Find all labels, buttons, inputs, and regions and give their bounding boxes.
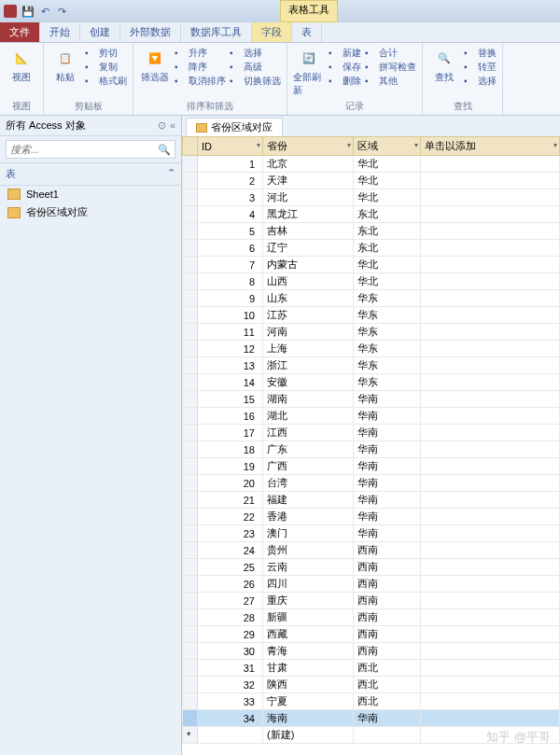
cell-id[interactable]: 4 <box>198 206 263 223</box>
cell-province[interactable]: 广西 <box>263 458 354 475</box>
cell-province[interactable]: 陕西 <box>263 677 354 693</box>
table-row[interactable]: 20台湾华南 <box>183 475 560 492</box>
table-row[interactable]: 12上海华东 <box>183 341 560 357</box>
cell-region[interactable]: 华北 <box>354 257 421 273</box>
ribbon-button[interactable]: 📐视图 <box>6 47 37 84</box>
dropdown-icon[interactable]: ▾ <box>257 141 260 149</box>
table-row[interactable]: 21福建华南 <box>183 492 560 509</box>
cell-empty[interactable] <box>421 509 560 525</box>
ribbon-button[interactable]: 📋粘贴 <box>49 47 81 84</box>
cell-empty[interactable] <box>421 525 560 542</box>
cell-id[interactable]: 34 <box>198 710 263 727</box>
column-header[interactable]: 单击以添加▾ <box>421 137 560 156</box>
table-row[interactable]: 15湖南华南 <box>183 391 560 408</box>
table-row[interactable]: 24贵州西南 <box>183 542 560 559</box>
cell-region[interactable]: 东北 <box>354 240 421 257</box>
table-row[interactable]: 9山东华东 <box>183 290 560 307</box>
table-row[interactable]: 6辽宁东北 <box>183 240 560 257</box>
cell-province[interactable]: 浙江 <box>263 357 354 374</box>
cell-id[interactable]: 1 <box>198 156 263 173</box>
undo-icon[interactable]: ↶ <box>37 4 52 19</box>
cell-province[interactable]: 黑龙江 <box>263 206 354 223</box>
ribbon-small-button[interactable]: ▪高级 <box>230 61 281 74</box>
ribbon-small-button[interactable]: ▪降序 <box>175 61 226 74</box>
table-row[interactable]: 5吉林东北 <box>183 223 560 240</box>
table-row[interactable]: 26四川西南 <box>183 576 560 593</box>
cell-empty[interactable] <box>421 626 560 643</box>
cell-region[interactable]: 华东 <box>354 307 421 324</box>
ribbon-button[interactable]: 🔍查找 <box>428 47 460 84</box>
ribbon-button[interactable]: 🔄全部刷新 <box>293 47 325 97</box>
table-row[interactable]: 32陕西西北 <box>183 677 560 693</box>
cell-empty[interactable] <box>421 374 560 391</box>
table-row[interactable]: 28新疆西南 <box>183 609 560 626</box>
cell-empty[interactable] <box>421 475 560 492</box>
cell-empty[interactable] <box>421 542 560 559</box>
cell-region[interactable]: 华东 <box>354 374 421 391</box>
ribbon-small-button[interactable]: ▪替换 <box>464 47 497 60</box>
row-selector[interactable] <box>183 290 198 307</box>
ribbon-small-button[interactable]: ▪删除 <box>329 75 361 88</box>
dropdown-icon[interactable]: ▾ <box>347 141 351 149</box>
cell-id[interactable]: 20 <box>198 475 263 492</box>
cell-province[interactable]: 宁夏 <box>263 693 354 710</box>
collapse-icon[interactable]: « <box>170 119 175 132</box>
cell-province[interactable]: 四川 <box>263 576 354 593</box>
cell-id[interactable]: 23 <box>198 525 263 542</box>
cell-province[interactable]: 广东 <box>263 441 354 458</box>
cell-province[interactable]: 甘肃 <box>263 660 354 677</box>
ribbon-small-button[interactable]: ▪升序 <box>175 47 226 60</box>
table-row[interactable]: 3河北华北 <box>183 189 560 206</box>
cell-empty[interactable] <box>421 710 560 727</box>
ribbon-tab[interactable]: 数据库工具 <box>181 22 252 42</box>
cell-region[interactable]: 西南 <box>354 643 421 660</box>
row-selector[interactable] <box>183 525 198 542</box>
ribbon-small-button[interactable]: ▪取消排序 <box>175 75 226 88</box>
cell-id[interactable]: 21 <box>198 492 263 509</box>
cell-id[interactable]: 32 <box>198 677 263 693</box>
cell-empty[interactable] <box>421 307 560 324</box>
cell-region[interactable]: 西南 <box>354 542 421 559</box>
table-row[interactable]: 18广东华南 <box>183 441 560 458</box>
save-icon[interactable]: 💾 <box>21 4 35 19</box>
cell-province[interactable]: 辽宁 <box>263 240 354 257</box>
cell-id[interactable]: 26 <box>198 576 263 593</box>
table-row[interactable]: 2天津华北 <box>183 173 560 189</box>
row-selector[interactable] <box>183 425 198 441</box>
cell-empty[interactable] <box>421 206 560 223</box>
cell-empty[interactable] <box>421 290 560 307</box>
cell-province[interactable]: 江西 <box>263 425 354 441</box>
cell-empty[interactable] <box>421 425 560 441</box>
nav-category[interactable]: 表 ⌃ <box>0 162 181 186</box>
cell-province[interactable]: 天津 <box>263 173 354 189</box>
cell-empty[interactable] <box>421 660 560 677</box>
cell-id[interactable]: 16 <box>198 408 263 425</box>
cell-id[interactable]: 12 <box>198 341 263 357</box>
cell-empty[interactable] <box>421 408 560 425</box>
cell-region[interactable]: 华南 <box>354 492 421 509</box>
row-selector[interactable] <box>183 576 198 593</box>
cell-empty[interactable] <box>421 357 560 374</box>
cell-empty[interactable] <box>421 559 560 576</box>
cell-empty[interactable] <box>421 391 560 408</box>
row-selector[interactable] <box>183 391 198 408</box>
cell-id[interactable]: 8 <box>198 273 263 290</box>
cell-province[interactable]: 新疆 <box>263 609 354 626</box>
cell-id[interactable]: 27 <box>198 593 263 609</box>
cell-empty[interactable] <box>421 492 560 509</box>
row-selector[interactable] <box>183 374 198 391</box>
row-selector[interactable] <box>183 626 198 643</box>
cell-empty[interactable] <box>421 189 560 206</box>
cell-id[interactable]: 24 <box>198 542 263 559</box>
row-selector[interactable] <box>183 206 198 223</box>
cell-region[interactable]: 西南 <box>354 559 421 576</box>
cell-region[interactable]: 华东 <box>354 341 421 357</box>
table-row[interactable]: 13浙江华东 <box>183 357 560 374</box>
cell-region[interactable]: 华南 <box>354 525 421 542</box>
table-row[interactable]: 34海南华南 <box>183 710 560 727</box>
cell-id[interactable]: 33 <box>198 693 263 710</box>
row-selector[interactable] <box>183 441 198 458</box>
cell-province[interactable]: 河北 <box>263 189 354 206</box>
cell-id[interactable]: 18 <box>198 441 263 458</box>
cell-id[interactable]: 22 <box>198 509 263 525</box>
